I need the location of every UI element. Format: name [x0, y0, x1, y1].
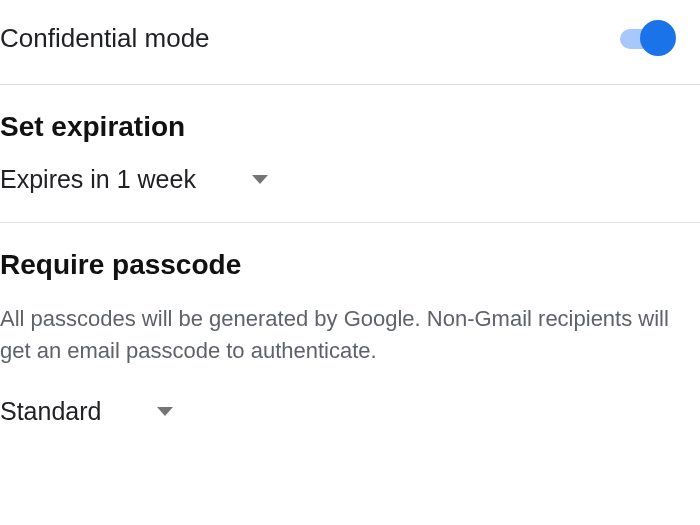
- chevron-down-icon: [157, 407, 173, 416]
- expiration-dropdown[interactable]: Expires in 1 week: [0, 165, 700, 222]
- toggle-thumb: [640, 20, 676, 56]
- passcode-title: Require passcode: [0, 223, 700, 303]
- confidential-mode-toggle[interactable]: [614, 20, 676, 56]
- chevron-down-icon: [252, 175, 268, 184]
- passcode-section: Require passcode All passcodes will be g…: [0, 223, 700, 426]
- expiration-title: Set expiration: [0, 85, 700, 165]
- expiration-section: Set expiration Expires in 1 week: [0, 85, 700, 222]
- passcode-selected: Standard: [0, 397, 101, 426]
- expiration-selected: Expires in 1 week: [0, 165, 196, 194]
- passcode-description: All passcodes will be generated by Googl…: [0, 303, 700, 397]
- passcode-dropdown[interactable]: Standard: [0, 397, 700, 426]
- confidential-mode-label: Confidential mode: [0, 23, 210, 54]
- confidential-mode-row: Confidential mode: [0, 0, 700, 84]
- confidential-mode-section: Confidential mode: [0, 0, 700, 84]
